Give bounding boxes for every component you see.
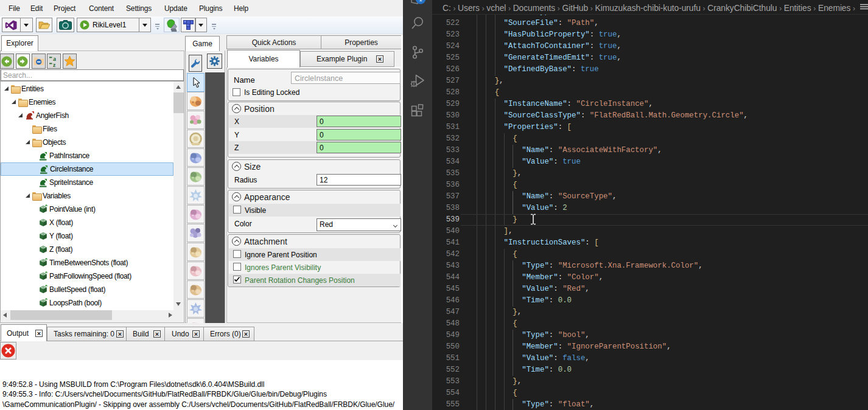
svg-text:z: z	[53, 61, 56, 68]
svg-text:1: 1	[419, 0, 422, 2]
